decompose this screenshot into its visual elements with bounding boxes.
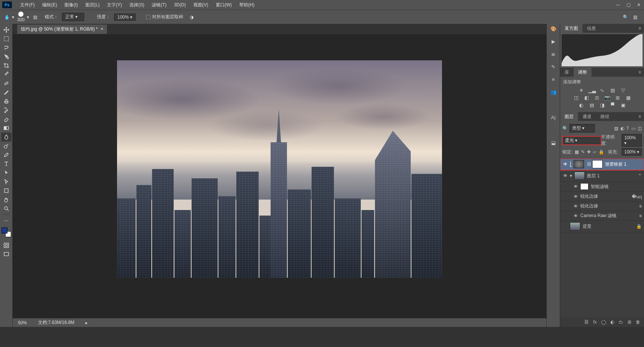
new-group-icon[interactable]: 🗀 [619, 319, 623, 325]
tool-dodge[interactable] [1, 141, 12, 150]
tab-paths[interactable]: 路径 [596, 112, 614, 121]
layer-row-sharpen1[interactable]: 👁 锐化边缘 �ալ [560, 192, 644, 201]
histogram-warning-icon[interactable]: ⚠ [637, 35, 641, 40]
tool-zoom[interactable] [1, 204, 12, 213]
adj-exposure-icon[interactable]: ▨ [609, 87, 616, 93]
tool-direct-select[interactable] [1, 177, 12, 186]
layer-fx-icon[interactable]: fx [593, 319, 597, 325]
tool-crop[interactable] [1, 61, 12, 70]
lock-all-icon[interactable]: 🔒 [599, 149, 604, 155]
quick-mask-toggle[interactable] [1, 241, 12, 250]
tool-move[interactable] [1, 25, 12, 34]
tab-libraries[interactable]: 库 [560, 68, 574, 77]
status-docinfo[interactable]: 文档:7.63M/16.8M [38, 319, 74, 326]
lock-artboard-icon[interactable]: ▱ [593, 149, 596, 155]
lock-paint-icon[interactable]: ✎ [581, 149, 585, 155]
document-tab[interactable]: 纽约.jpg @ 50% (渐变映射 1, RGB/8) * × [17, 25, 107, 34]
strength-input[interactable]: 100% ▾ [114, 13, 136, 21]
tab-channels[interactable]: 通道 [578, 112, 596, 121]
strip-color-icon[interactable]: 🎨 [550, 26, 557, 32]
smart-filter-indicator[interactable]: ⌃ [638, 173, 642, 178]
menu-type[interactable]: 文字(Y) [103, 0, 126, 10]
tool-healing[interactable] [1, 79, 12, 88]
close-tab-icon[interactable]: × [101, 26, 103, 32]
blend-mode-select[interactable]: 柔光 ▾ [562, 136, 601, 145]
status-zoom[interactable]: 50% [18, 320, 27, 325]
tool-pen[interactable] [1, 150, 12, 159]
tab-adjustments[interactable]: 调整 [574, 68, 591, 77]
strip-play-icon[interactable]: ▶ [550, 39, 557, 45]
filter-adj-icon[interactable]: ◐ [621, 126, 624, 131]
filter-icon[interactable]: 🔍 [562, 126, 568, 131]
strip-history-icon[interactable]: ≣ [550, 51, 557, 57]
layer-row-sharpen2[interactable]: 👁 锐化边缘 ≡ [560, 201, 644, 211]
tool-shape[interactable] [1, 186, 12, 195]
adj-threshold-icon[interactable]: ◨ [599, 102, 606, 108]
link-layers-icon[interactable]: ⛓ [584, 319, 589, 325]
tool-brush[interactable] [1, 88, 12, 97]
minimize-button[interactable]: — [613, 0, 623, 10]
strip-brush-icon[interactable]: ✎ [550, 64, 557, 70]
link-icon[interactable]: ⛓ [587, 162, 591, 167]
canvas-viewport[interactable] [13, 34, 546, 318]
layer-row-background[interactable]: 👁 背景 🔒 [560, 221, 644, 232]
menu-3d[interactable]: 3D(D) [170, 0, 190, 10]
menu-filter[interactable]: 滤镜(T) [148, 0, 170, 10]
adj-photo-filter-icon[interactable]: 📷 [604, 95, 611, 100]
tab-histogram[interactable]: 直方图 [560, 24, 583, 33]
adj-bw-icon[interactable]: ◧ [583, 95, 590, 100]
adj-lut-icon[interactable]: ▦ [625, 95, 632, 100]
layers-panel-menu[interactable]: ≡ [638, 112, 644, 121]
screen-mode-toggle[interactable] [1, 250, 12, 259]
adj-selective-icon[interactable]: ▣ [620, 102, 626, 108]
adj-curves-icon[interactable]: ∿ [599, 87, 606, 93]
menu-layer[interactable]: 图层(L) [82, 0, 104, 10]
menu-file[interactable]: 文件(F) [16, 0, 38, 10]
layer-row-camera-raw[interactable]: 👁 Camera Raw 滤镜 ≡ [560, 211, 644, 221]
new-layer-icon[interactable]: ⊞ [628, 319, 631, 325]
menu-image[interactable]: 图像(I) [61, 0, 81, 10]
mode-select[interactable]: 正常 ▾ [62, 13, 84, 21]
layer-filter-type[interactable]: 类型 ▾ [569, 124, 595, 133]
layer-row-smart-filter-label[interactable]: 👁 智能滤镜 [560, 182, 644, 192]
tool-eyedropper[interactable] [1, 70, 12, 79]
status-arrow-icon[interactable]: ▸ [85, 320, 88, 325]
tool-edit-toolbar[interactable]: ⋯ [1, 216, 12, 225]
filter-pixel-icon[interactable]: ▧ [614, 126, 618, 131]
adj-brightness-icon[interactable]: ☀ [578, 87, 585, 93]
visibility-toggle[interactable]: 👁 [573, 204, 579, 209]
filter-blend-icon[interactable]: ≡ [639, 204, 642, 209]
canvas[interactable] [117, 60, 442, 278]
tab-info[interactable]: 信息 [583, 24, 600, 33]
filter-blend-icon[interactable]: ≡ [639, 213, 642, 219]
close-button[interactable]: ✕ [634, 0, 644, 10]
add-mask-icon[interactable]: ◯ [601, 319, 606, 325]
visibility-toggle[interactable]: 👁 [562, 173, 568, 178]
opacity-input[interactable]: 100% ▾ [622, 134, 642, 147]
tool-blur[interactable] [1, 133, 12, 141]
adj-levels-icon[interactable]: ▁▃ [588, 87, 595, 93]
sample-all-check[interactable]: 对所有图层取样 [146, 14, 183, 20]
restore-button[interactable]: ▢ [623, 0, 634, 10]
lock-pos-icon[interactable]: ✥ [587, 149, 591, 155]
adj-mixer-icon[interactable]: ⊞ [615, 95, 621, 100]
strip-3d-icon[interactable]: ⬓ [550, 140, 557, 146]
menu-edit[interactable]: 编辑(E) [38, 0, 61, 10]
search-icon[interactable]: 🔍 [622, 14, 628, 20]
menu-select[interactable]: 选择(S) [126, 0, 148, 10]
adj-vibrance-icon[interactable]: ▽ [620, 87, 626, 93]
filter-shape-icon[interactable]: ▭ [631, 126, 635, 131]
tab-layers[interactable]: 图层 [560, 112, 578, 121]
tool-eraser[interactable] [1, 115, 12, 124]
workspace-icon[interactable]: ▥ [632, 14, 638, 20]
visibility-toggle[interactable]: 👁 [562, 162, 568, 167]
adjust-panel-menu[interactable]: ≡ [638, 68, 644, 77]
adj-balance-icon[interactable]: ⚖ [594, 95, 600, 100]
tool-gradient[interactable] [1, 124, 12, 133]
filter-blend-icon[interactable]: �ալ [632, 194, 642, 199]
new-adjustment-icon[interactable]: ◐ [610, 319, 614, 325]
tool-path-select[interactable] [1, 168, 12, 177]
delete-layer-icon[interactable]: 🗑 [636, 319, 640, 325]
strip-char-icon[interactable]: A| [550, 115, 557, 121]
fill-input[interactable]: 100% ▾ [622, 148, 642, 156]
